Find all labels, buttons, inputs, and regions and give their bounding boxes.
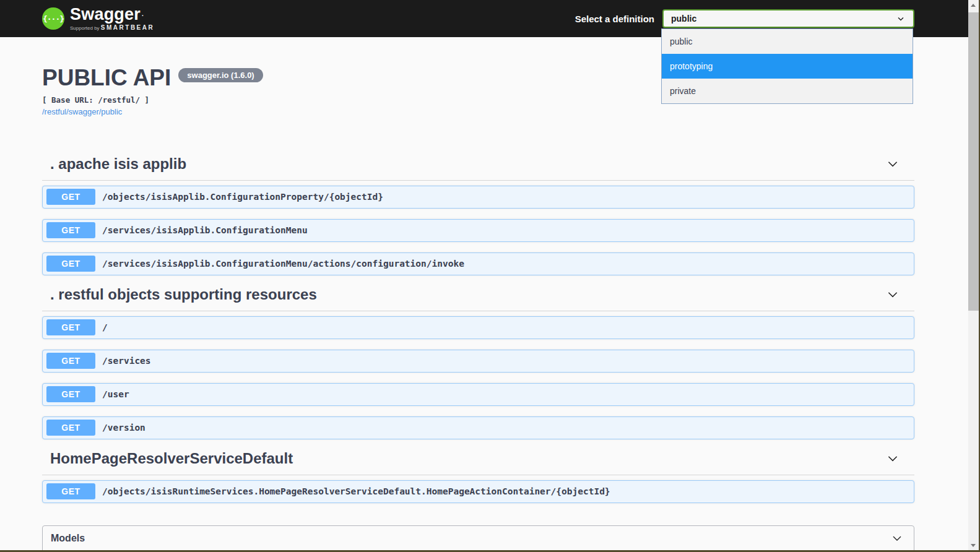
operations-list: GET /objects/isisApplib.ConfigurationPro…: [42, 186, 914, 275]
operation-row[interactable]: GET /services/isisApplib.ConfigurationMe…: [42, 252, 914, 275]
method-badge: GET: [46, 319, 95, 335]
braces-glyph: {···}: [43, 14, 64, 24]
main-content: PUBLIC API swagger.io (1.6.0) [ Base URL…: [0, 37, 980, 552]
operation-path: /version: [102, 423, 145, 433]
operation-row[interactable]: GET /version: [42, 416, 914, 439]
operation-row[interactable]: GET /user: [42, 383, 914, 406]
operation-row[interactable]: GET /objects/isisRuntimeServices.HomePag…: [42, 480, 914, 503]
chevron-down-icon: [896, 14, 906, 24]
tag-title: . restful objects supporting resources: [50, 286, 317, 303]
tag-section-apache-isis-applib: . apache isis applib GET /objects/isisAp…: [42, 155, 914, 275]
method-badge: GET: [46, 256, 95, 272]
tag-section-homepageresolverservicedefault: HomePageResolverServiceDefault GET /obje…: [42, 450, 914, 503]
swagger-logo[interactable]: {···} Swagger. Supported by SMARTBEAR: [42, 6, 154, 31]
brand-trademark-dot: .: [142, 11, 144, 17]
tag-header-apache-isis-applib[interactable]: . apache isis applib: [42, 155, 914, 181]
operation-path: /services: [102, 356, 151, 366]
operation-path: /services/isisApplib.ConfigurationMenu: [102, 225, 308, 235]
dropdown-option-private[interactable]: private: [662, 79, 913, 103]
select-definition-label: Select a definition: [575, 14, 654, 24]
operation-row[interactable]: GET /objects/isisApplib.ConfigurationPro…: [42, 186, 914, 209]
supported-by-text: Supported by: [70, 25, 100, 31]
chevron-down-icon[interactable]: [886, 157, 900, 171]
api-title-text: PUBLIC API: [42, 68, 171, 88]
dropdown-option-prototyping[interactable]: prototyping: [662, 54, 913, 79]
operation-path: /objects/isisRuntimeServices.HomePageRes…: [102, 486, 610, 496]
operations-list: GET /objects/isisRuntimeServices.HomePag…: [42, 480, 914, 503]
method-badge: GET: [46, 189, 95, 205]
operations-list: GET / GET /services GET /user GET /versi…: [42, 316, 914, 439]
scrollbar-down-arrow-icon[interactable]: [971, 544, 976, 547]
scrollbar-up-arrow-icon[interactable]: [971, 4, 976, 7]
chevron-down-icon[interactable]: [886, 452, 900, 465]
operation-path: /objects/isisApplib.ConfigurationPropert…: [102, 192, 383, 202]
operation-row[interactable]: GET /services: [42, 350, 914, 373]
tag-header-restful-objects-supporting-resources[interactable]: . restful objects supporting resources: [42, 286, 914, 311]
tag-title: HomePageResolverServiceDefault: [50, 450, 293, 467]
brand-name: Swagger.: [70, 6, 154, 23]
definition-select[interactable]: public: [662, 9, 914, 28]
chevron-down-icon[interactable]: [886, 288, 900, 301]
definition-select-value: public: [671, 14, 696, 24]
definition-area: Select a definition public: [575, 9, 914, 28]
models-header[interactable]: Models: [43, 526, 914, 551]
tag-title: . apache isis applib: [50, 155, 186, 173]
dropdown-option-public[interactable]: public: [662, 29, 913, 54]
models-section: Models: [42, 525, 914, 552]
operation-path: /services/isisApplib.ConfigurationMenu/a…: [102, 259, 464, 269]
method-badge: GET: [46, 353, 95, 369]
vertical-scrollbar[interactable]: [968, 0, 979, 552]
method-badge: GET: [46, 386, 95, 402]
version-badge: swagger.io (1.6.0): [178, 68, 262, 82]
method-badge: GET: [46, 483, 95, 499]
definition-dropdown-menu: public prototyping private: [661, 28, 913, 104]
supported-by-line: Supported by SMARTBEAR: [70, 24, 154, 31]
operation-row[interactable]: GET /: [42, 316, 914, 339]
tag-header-homepageresolverservicedefault[interactable]: HomePageResolverServiceDefault: [42, 450, 914, 475]
operation-path: /: [102, 322, 108, 332]
scrollbar-thumb[interactable]: [968, 12, 979, 311]
operation-path: /user: [102, 389, 129, 399]
operation-row[interactable]: GET /services/isisApplib.ConfigurationMe…: [42, 219, 914, 242]
method-badge: GET: [46, 222, 95, 238]
models-title: Models: [51, 533, 85, 544]
method-badge: GET: [46, 420, 95, 436]
tag-section-restful-objects-supporting-resources: . restful objects supporting resources G…: [42, 286, 914, 439]
swagger-logo-icon: {···}: [42, 7, 64, 30]
chevron-down-icon[interactable]: [891, 532, 903, 545]
smartbear-wordmark: SMARTBEAR: [101, 24, 154, 31]
spec-link[interactable]: /restful/swagger/public: [42, 107, 122, 116]
